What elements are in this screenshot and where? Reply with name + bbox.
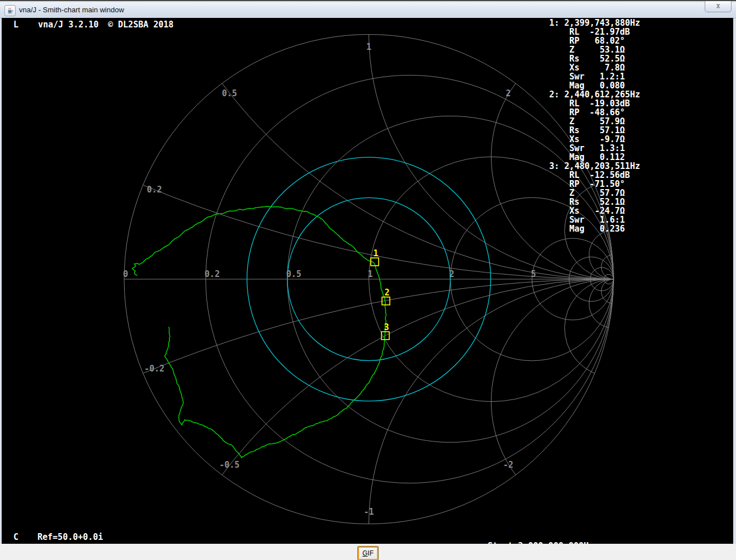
marker-data-row: RL -12.56dB [549,171,640,180]
rim-label: -0.2 [144,364,164,374]
footer-ref-label: Ref=50.0+0.0i [37,533,103,542]
marker-info-panel: 1: 2,399,743,880HzRL -21.97dBRP 68.02°Z … [549,18,640,233]
window-title: vna/J - Smith-chart main window [19,6,124,14]
marker-data-row: Swr 1.3:1 [549,144,640,153]
marker-data-row: Rs 52.5Ω [549,54,640,63]
marker-data-row: Rs 52.1Ω [549,197,640,206]
marker-data-row: RP 68.02° [549,36,640,45]
footer-cal-indicator: C [13,533,18,542]
chart-canvas[interactable]: 00.20.51250.20.512-0.2-0.5-1-2123 L vna/… [2,18,733,544]
axis-label: 0.2 [205,269,220,279]
marker-data-row: Xs -9.7Ω [549,135,640,144]
marker-data-row: RL -21.97dB [549,27,640,36]
marker-data-row: Z 57.9Ω [549,117,640,126]
rim-label: 0.2 [147,185,162,195]
rim-label: 2 [506,88,511,98]
axis-label: 0.5 [286,269,301,279]
chart-marker[interactable]: 2 [382,288,390,305]
rim-label: 0.5 [222,88,237,98]
rim-label: -0.5 [219,460,239,470]
rim-label: -2 [503,460,513,470]
title-bar: vna/J - Smith-chart main window [0,2,736,18]
marker-number-label: 3 [384,322,389,332]
marker-data-row: Rs 57.1Ω [549,126,640,135]
gif-button-label: IF [367,549,374,557]
header-copyright: © DL2SBA 2018 [108,20,173,29]
axis-label: 0 [123,269,128,279]
marker-freq-line: 3: 2,480,203,511Hz [549,162,640,171]
marker-data-row: RL -19.03dB [549,99,640,108]
marker-data-row: Xs -24.7Ω [549,206,640,215]
marker-freq-line: 2: 2,440,612,265Hz [549,90,640,99]
app-window: vna/J - Smith-chart main window X 00.20.… [0,0,736,560]
header-indicator: L [13,20,18,29]
marker-data-row: Z 57.7Ω [549,189,640,197]
header-version: vna/J 3.2.10 [38,20,98,29]
marker-data-row: Swr 1.6:1 [549,215,640,224]
marker-number-label: 1 [373,248,378,258]
gif-button-mnemonic: G [362,549,367,557]
marker-freq-line: 1: 2,399,743,880Hz [549,18,640,27]
marker-data-row: Mag 0.236 [549,224,640,233]
marker-data-row: RP -71.50° [549,180,640,189]
java-app-icon [4,5,16,16]
close-icon: X [716,3,720,10]
close-button[interactable]: X [705,1,732,12]
axis-label: 5 [531,269,536,279]
rim-label: 1 [366,42,371,52]
marker-data-row: Xs 7.8Ω [549,63,640,72]
marker-data-row: RP -48.66° [549,108,640,117]
coffee-cup-icon [7,7,13,14]
rim-label: -1 [364,507,374,517]
marker-data-row: Mag 0.080 [549,81,640,90]
marker-data-row: Z 53.1Ω [549,45,640,54]
reactance-arc [565,279,614,373]
marker-data-row: Mag 0.112 [549,153,640,162]
marker-number-label: 2 [384,288,389,298]
reactance-arc [491,279,614,475]
bottom-toolbar: GIF [0,544,736,560]
marker-data-row: Swr 1.2:1 [549,72,640,81]
gif-button[interactable]: GIF [357,546,379,560]
axis-label: 1 [368,269,373,279]
